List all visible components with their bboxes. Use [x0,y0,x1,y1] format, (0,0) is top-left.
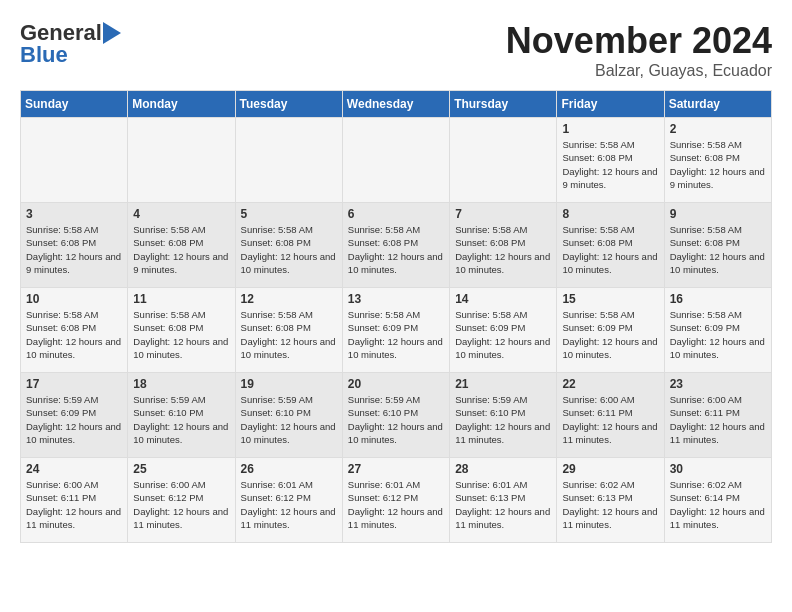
day-number: 10 [26,292,122,306]
calendar-cell: 27Sunrise: 6:01 AM Sunset: 6:12 PM Dayli… [342,458,449,543]
week-row-5: 24Sunrise: 6:00 AM Sunset: 6:11 PM Dayli… [21,458,772,543]
calendar-cell: 26Sunrise: 6:01 AM Sunset: 6:12 PM Dayli… [235,458,342,543]
day-info: Sunrise: 6:01 AM Sunset: 6:12 PM Dayligh… [241,478,337,531]
calendar-cell: 8Sunrise: 5:58 AM Sunset: 6:08 PM Daylig… [557,203,664,288]
day-info: Sunrise: 5:58 AM Sunset: 6:08 PM Dayligh… [133,223,229,276]
day-info: Sunrise: 5:58 AM Sunset: 6:08 PM Dayligh… [26,308,122,361]
calendar-cell [235,118,342,203]
weekday-header-row: SundayMondayTuesdayWednesdayThursdayFrid… [21,91,772,118]
day-number: 16 [670,292,766,306]
day-number: 27 [348,462,444,476]
day-info: Sunrise: 5:58 AM Sunset: 6:08 PM Dayligh… [241,308,337,361]
calendar-table: SundayMondayTuesdayWednesdayThursdayFrid… [20,90,772,543]
day-number: 22 [562,377,658,391]
day-info: Sunrise: 6:01 AM Sunset: 6:13 PM Dayligh… [455,478,551,531]
day-info: Sunrise: 5:58 AM Sunset: 6:08 PM Dayligh… [670,138,766,191]
location: Balzar, Guayas, Ecuador [506,62,772,80]
day-info: Sunrise: 5:58 AM Sunset: 6:08 PM Dayligh… [133,308,229,361]
day-info: Sunrise: 5:58 AM Sunset: 6:08 PM Dayligh… [670,223,766,276]
calendar-cell: 29Sunrise: 6:02 AM Sunset: 6:13 PM Dayli… [557,458,664,543]
day-number: 19 [241,377,337,391]
day-info: Sunrise: 6:00 AM Sunset: 6:11 PM Dayligh… [26,478,122,531]
day-info: Sunrise: 5:58 AM Sunset: 6:08 PM Dayligh… [26,223,122,276]
day-number: 26 [241,462,337,476]
day-info: Sunrise: 5:58 AM Sunset: 6:08 PM Dayligh… [241,223,337,276]
calendar-cell: 9Sunrise: 5:58 AM Sunset: 6:08 PM Daylig… [664,203,771,288]
weekday-header-tuesday: Tuesday [235,91,342,118]
day-number: 6 [348,207,444,221]
calendar-cell: 11Sunrise: 5:58 AM Sunset: 6:08 PM Dayli… [128,288,235,373]
calendar-cell: 17Sunrise: 5:59 AM Sunset: 6:09 PM Dayli… [21,373,128,458]
calendar-cell: 24Sunrise: 6:00 AM Sunset: 6:11 PM Dayli… [21,458,128,543]
day-number: 29 [562,462,658,476]
calendar-cell [450,118,557,203]
day-info: Sunrise: 5:58 AM Sunset: 6:09 PM Dayligh… [348,308,444,361]
weekday-header-wednesday: Wednesday [342,91,449,118]
day-number: 2 [670,122,766,136]
day-info: Sunrise: 6:00 AM Sunset: 6:11 PM Dayligh… [670,393,766,446]
calendar-cell: 13Sunrise: 5:58 AM Sunset: 6:09 PM Dayli… [342,288,449,373]
calendar-cell: 7Sunrise: 5:58 AM Sunset: 6:08 PM Daylig… [450,203,557,288]
calendar-cell [342,118,449,203]
calendar-cell: 6Sunrise: 5:58 AM Sunset: 6:08 PM Daylig… [342,203,449,288]
day-number: 15 [562,292,658,306]
day-number: 1 [562,122,658,136]
day-info: Sunrise: 5:58 AM Sunset: 6:08 PM Dayligh… [562,138,658,191]
month-title: November 2024 [506,20,772,62]
calendar-cell: 14Sunrise: 5:58 AM Sunset: 6:09 PM Dayli… [450,288,557,373]
day-info: Sunrise: 5:59 AM Sunset: 6:09 PM Dayligh… [26,393,122,446]
week-row-2: 3Sunrise: 5:58 AM Sunset: 6:08 PM Daylig… [21,203,772,288]
day-number: 28 [455,462,551,476]
day-info: Sunrise: 6:00 AM Sunset: 6:12 PM Dayligh… [133,478,229,531]
day-info: Sunrise: 5:58 AM Sunset: 6:09 PM Dayligh… [455,308,551,361]
calendar-cell: 10Sunrise: 5:58 AM Sunset: 6:08 PM Dayli… [21,288,128,373]
day-number: 23 [670,377,766,391]
logo-blue: Blue [20,42,68,68]
logo-icon [103,22,121,44]
day-info: Sunrise: 6:00 AM Sunset: 6:11 PM Dayligh… [562,393,658,446]
day-number: 24 [26,462,122,476]
week-row-3: 10Sunrise: 5:58 AM Sunset: 6:08 PM Dayli… [21,288,772,373]
calendar-cell: 20Sunrise: 5:59 AM Sunset: 6:10 PM Dayli… [342,373,449,458]
week-row-4: 17Sunrise: 5:59 AM Sunset: 6:09 PM Dayli… [21,373,772,458]
day-info: Sunrise: 5:58 AM Sunset: 6:09 PM Dayligh… [562,308,658,361]
day-number: 18 [133,377,229,391]
day-number: 5 [241,207,337,221]
day-number: 20 [348,377,444,391]
calendar-cell: 21Sunrise: 5:59 AM Sunset: 6:10 PM Dayli… [450,373,557,458]
day-number: 3 [26,207,122,221]
day-info: Sunrise: 5:59 AM Sunset: 6:10 PM Dayligh… [133,393,229,446]
day-info: Sunrise: 5:59 AM Sunset: 6:10 PM Dayligh… [241,393,337,446]
week-row-1: 1Sunrise: 5:58 AM Sunset: 6:08 PM Daylig… [21,118,772,203]
calendar-cell: 22Sunrise: 6:00 AM Sunset: 6:11 PM Dayli… [557,373,664,458]
calendar-cell: 16Sunrise: 5:58 AM Sunset: 6:09 PM Dayli… [664,288,771,373]
day-info: Sunrise: 6:01 AM Sunset: 6:12 PM Dayligh… [348,478,444,531]
calendar-cell: 1Sunrise: 5:58 AM Sunset: 6:08 PM Daylig… [557,118,664,203]
day-number: 4 [133,207,229,221]
day-number: 17 [26,377,122,391]
calendar-cell: 19Sunrise: 5:59 AM Sunset: 6:10 PM Dayli… [235,373,342,458]
day-number: 9 [670,207,766,221]
day-number: 7 [455,207,551,221]
calendar-cell: 3Sunrise: 5:58 AM Sunset: 6:08 PM Daylig… [21,203,128,288]
weekday-header-monday: Monday [128,91,235,118]
weekday-header-sunday: Sunday [21,91,128,118]
logo: General Blue [20,20,122,68]
calendar-cell: 2Sunrise: 5:58 AM Sunset: 6:08 PM Daylig… [664,118,771,203]
day-number: 13 [348,292,444,306]
day-number: 25 [133,462,229,476]
day-number: 14 [455,292,551,306]
calendar-cell: 15Sunrise: 5:58 AM Sunset: 6:09 PM Dayli… [557,288,664,373]
day-number: 21 [455,377,551,391]
calendar-cell: 5Sunrise: 5:58 AM Sunset: 6:08 PM Daylig… [235,203,342,288]
weekday-header-friday: Friday [557,91,664,118]
calendar-cell [21,118,128,203]
day-number: 11 [133,292,229,306]
day-info: Sunrise: 6:02 AM Sunset: 6:13 PM Dayligh… [562,478,658,531]
calendar-cell: 25Sunrise: 6:00 AM Sunset: 6:12 PM Dayli… [128,458,235,543]
day-info: Sunrise: 5:58 AM Sunset: 6:08 PM Dayligh… [455,223,551,276]
calendar-cell: 4Sunrise: 5:58 AM Sunset: 6:08 PM Daylig… [128,203,235,288]
calendar-cell [128,118,235,203]
page-header: General Blue November 2024 Balzar, Guaya… [20,20,772,80]
day-info: Sunrise: 5:59 AM Sunset: 6:10 PM Dayligh… [455,393,551,446]
